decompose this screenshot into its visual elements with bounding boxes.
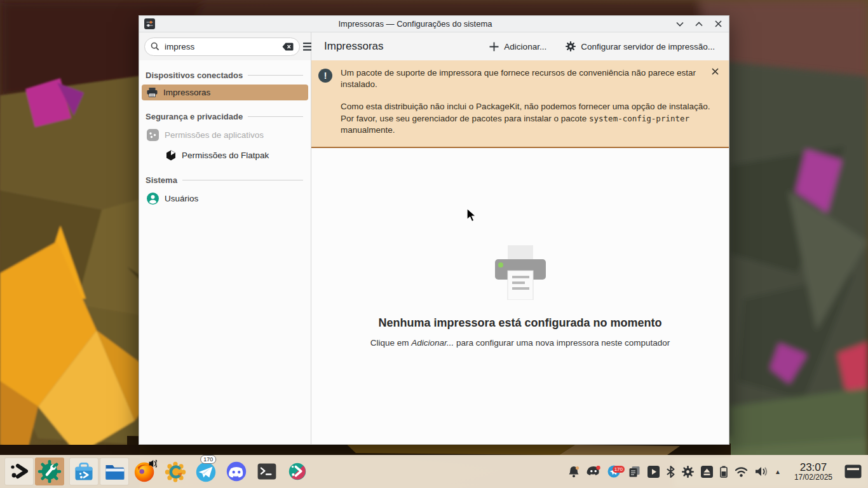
sidebar-item-label: Permissões de aplicativos <box>165 130 264 140</box>
notifications-bell-icon[interactable] <box>568 466 580 478</box>
search-icon <box>151 42 159 51</box>
printer-illustration-icon <box>494 245 547 300</box>
app-permissions-icon <box>147 129 159 141</box>
content-pane: Impressoras Adicionar... <box>311 32 729 444</box>
search-box[interactable] <box>144 37 300 56</box>
close-icon[interactable] <box>714 20 722 29</box>
sidebar-item-label: Usuários <box>165 194 198 203</box>
sidebar-item-app-permissions[interactable]: Permissões de aplicativos <box>142 126 308 144</box>
maximize-icon[interactable] <box>695 20 703 29</box>
folder-icon <box>103 460 126 483</box>
telegram-tray-icon[interactable]: 170 <box>607 464 621 478</box>
task-c-app[interactable] <box>161 458 190 485</box>
section-divider <box>182 180 303 180</box>
sidebar-item-usuarios[interactable]: Usuários <box>142 189 308 208</box>
task-telegram[interactable]: 170 <box>191 458 220 485</box>
user-icon <box>147 193 159 205</box>
warning-line-1: Um pacote de suporte de impressora que f… <box>341 67 712 90</box>
clipboard-icon[interactable] <box>628 466 641 478</box>
empty-sub-tail: para configurar uma nova impressora nest… <box>454 338 670 348</box>
firefox-icon <box>133 459 157 484</box>
sidebar-item-label: Permissões do Flatpak <box>182 151 269 160</box>
sidebar-section-system: Sistema <box>139 165 311 188</box>
sidebar-header <box>139 32 311 60</box>
toolbox-icon <box>72 460 95 483</box>
printer-icon <box>147 88 158 97</box>
teal-red-app-icon <box>285 459 309 484</box>
section-divider <box>248 116 303 117</box>
warning-package-name: system-config-printer <box>589 114 689 123</box>
configure-print-server-button[interactable]: Configurar servidor de impressão... <box>566 41 715 51</box>
section-title: Segurança e privacidade <box>146 112 243 121</box>
warning-banner: ! Um pacote de suporte de impressora que… <box>311 60 729 148</box>
sidebar-item-flatpak-permissions[interactable]: Permissões do Flatpak <box>161 147 308 164</box>
sidebar-section-security: Segurança e privacidade <box>139 102 311 125</box>
volume-icon[interactable] <box>755 466 768 477</box>
search-input[interactable] <box>163 41 278 52</box>
media-player-icon[interactable] <box>648 466 660 478</box>
empty-sub-italic: Adicionar... <box>411 338 454 348</box>
info-icon: ! <box>318 69 332 83</box>
system-settings-window: Impressoras — Configurações do sistema <box>139 15 729 445</box>
empty-state-title: Nenhuma impressora está configurada no m… <box>378 316 661 330</box>
empty-sub-text: Clique em <box>370 338 412 348</box>
minimize-icon[interactable] <box>675 20 684 29</box>
expand-tray-caret-icon[interactable]: ▲ <box>775 468 781 475</box>
add-printer-label: Adicionar... <box>504 42 546 51</box>
configure-print-server-label: Configurar servidor de impressão... <box>581 42 715 51</box>
warning-line-2: Como esta distribuição não inclui o Pack… <box>341 101 712 136</box>
bluetooth-icon[interactable] <box>667 466 675 478</box>
telegram-unread-badge: 170 <box>200 455 216 464</box>
terminal-icon <box>255 460 278 483</box>
add-printer-button[interactable]: Adicionar... <box>489 42 546 51</box>
battery-icon[interactable] <box>720 466 728 478</box>
task-terminal[interactable] <box>252 458 281 485</box>
system-tray: 170 <box>568 462 864 481</box>
system-settings-icon <box>37 459 62 484</box>
clock-date: 17/02/2025 <box>794 473 832 482</box>
crown-c-app-icon <box>164 460 187 483</box>
task-discord[interactable] <box>222 458 251 485</box>
gear-icon <box>566 41 576 51</box>
section-divider <box>248 75 303 76</box>
eject-device-icon[interactable] <box>701 466 713 478</box>
clock-time: 23:07 <box>794 462 832 473</box>
section-title: Dispositivos conectados <box>146 71 243 80</box>
sidebar-section-connected-devices: Dispositivos conectados <box>139 60 311 83</box>
task-file-manager[interactable] <box>100 458 129 485</box>
plus-icon <box>489 42 499 51</box>
page-title: Impressoras <box>324 40 384 53</box>
telegram-tray-badge: 170 <box>613 466 625 473</box>
task-cachy-app[interactable] <box>283 458 312 485</box>
empty-state: Nenhuma impressora está configurada no m… <box>311 148 729 444</box>
task-firefox[interactable] <box>130 458 159 485</box>
titlebar[interactable]: Impressoras — Configurações do sistema <box>139 16 729 32</box>
discord-icon <box>224 459 248 484</box>
warning-text: Um pacote de suporte de impressora que f… <box>341 67 712 136</box>
tray-settings-gear-icon[interactable] <box>682 466 694 478</box>
wifi-icon[interactable] <box>735 466 748 477</box>
system-settings-app-icon <box>144 18 155 29</box>
clock-widget[interactable]: 23:07 17/02/2025 <box>794 462 832 481</box>
content-header: Impressoras Adicionar... <box>311 32 729 60</box>
flatpak-icon <box>166 150 176 161</box>
window-title: Impressoras — Configurações do sistema <box>155 19 675 29</box>
dismiss-warning-icon[interactable] <box>710 66 720 76</box>
task-toolbox-app[interactable] <box>69 458 98 485</box>
app-launcher-button[interactable] <box>4 458 34 485</box>
panel-peek-icon[interactable] <box>844 464 862 478</box>
empty-state-subtitle: Clique em Adicionar... para configurar u… <box>370 338 670 348</box>
clear-search-icon[interactable] <box>282 43 294 51</box>
sidebar-item-label: Impressoras <box>163 88 210 97</box>
desktop: Impressoras — Configurações do sistema <box>0 0 868 488</box>
launcher-icon <box>8 461 30 482</box>
sidebar: Dispositivos conectados Impressoras <box>139 32 311 444</box>
warning-line-2-tail: manualmente. <box>341 125 395 135</box>
taskbar: 170 <box>0 455 868 488</box>
sidebar-item-impressoras[interactable]: Impressoras <box>142 85 308 100</box>
discord-tray-icon[interactable] <box>587 466 600 477</box>
section-title: Sistema <box>146 175 177 185</box>
task-system-settings[interactable] <box>35 458 64 485</box>
